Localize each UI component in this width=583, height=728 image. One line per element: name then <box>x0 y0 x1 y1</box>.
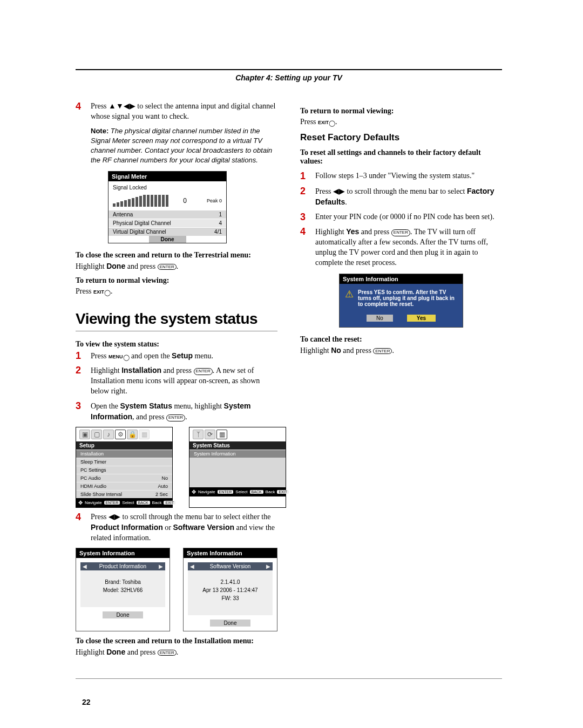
step-4: 4 Press ▲▼◀▶ to select the antenna input… <box>76 101 277 122</box>
chevron-right-icon: ▶ <box>266 563 270 569</box>
menu-icon: MENU <box>109 354 123 359</box>
warning-icon: ⚠ <box>345 289 354 299</box>
step-number: 1 <box>300 171 310 182</box>
tab-icon: ▦ <box>216 430 227 439</box>
software-version-body: 2.1.41.0Apr 13 2006 - 11:24:47FW: 33 <box>188 570 273 615</box>
step-number: 2 <box>76 365 85 397</box>
setup-menu-figure: ▣ ▢ ♪ ⚙ 🔒 ▦ Setup InstallationSleep Time… <box>76 427 173 508</box>
step-text: Highlight Yes and press ENTER. The TV wi… <box>315 227 502 268</box>
step-number: 4 <box>76 101 85 122</box>
exit-icon: EXIT <box>93 289 104 295</box>
setup-menu-list: InstallationSleep TimerPC SettingsPC Aud… <box>76 450 172 498</box>
enter-icon: ENTER <box>373 348 392 354</box>
tab-icons: ᛉ ⟳ ▦ <box>189 427 286 441</box>
view-status-heading: To view the system status: <box>76 340 277 349</box>
close-installation-heading: To close the screen and return to the In… <box>76 637 277 645</box>
software-version-box: System Information ◀ Software Version ▶ … <box>183 548 277 631</box>
step-2: 2 Highlight Installation and press ENTER… <box>76 365 277 397</box>
confirm-body: ⚠ Press YES to confirm. After the TV tur… <box>340 284 463 312</box>
tab-icon: ▣ <box>79 430 90 439</box>
enter-icon: ENTER <box>166 414 185 421</box>
system-status-list: System Information <box>189 450 286 487</box>
left-column: 4 Press ▲▼◀▶ to select the antenna input… <box>76 101 277 662</box>
product-information-box: System Information ◀ Product Information… <box>76 548 170 631</box>
cancel-reset-heading: To cancel the reset: <box>300 335 502 344</box>
system-status-menu-figure: ᛉ ⟳ ▦ System Status System Information ✥… <box>189 427 286 508</box>
note: Note: The physical digital channel numbe… <box>91 126 277 166</box>
step-number: 4 <box>300 227 310 268</box>
enter-icon: ENTER <box>391 229 410 236</box>
menu-figures-row: ▣ ▢ ♪ ⚙ 🔒 ▦ Setup InstallationSleep Time… <box>76 427 277 508</box>
step-text: Highlight Installation and press ENTER. … <box>91 365 277 397</box>
menu-footer: ✥Navigate ENTERSelect BACKBack EXITExit <box>76 498 172 507</box>
step-number: 4 <box>76 512 85 543</box>
step-1: 1 Follow steps 1–3 under "Viewing the sy… <box>300 171 502 182</box>
tab-icon: ⟳ <box>205 430 215 439</box>
step-1: 1 Press MENU◯ and open the Setup menu. <box>76 351 277 362</box>
section-heading: Viewing the system status <box>76 310 277 331</box>
step-text: Open the System Status menu, highlight S… <box>91 401 277 423</box>
confirm-message: Press YES to confirm. After the TV turns… <box>358 289 457 307</box>
signal-meter-body: Signal Locked 0 Peak 0 <box>109 181 226 210</box>
navigate-icon: ✥ <box>192 489 196 495</box>
reset-subheading: To reset all settings and channels to th… <box>300 148 502 166</box>
step-number: 3 <box>300 212 310 223</box>
step-text: Press ◀▶ to scroll through the menu bar … <box>91 512 277 543</box>
tab-icon: 🔒 <box>127 430 138 439</box>
confirm-buttons: No Yes <box>340 312 463 327</box>
signal-meter: Signal Meter Signal Locked 0 Peak 0 Ante… <box>108 171 227 243</box>
chevron-right-icon: ▶ <box>159 563 163 569</box>
menu-footer: ✥Navigate ENTERSelect BACKBack EXITExit <box>189 487 286 496</box>
cancel-reset-body: Highlight No and press ENTER. <box>300 346 502 355</box>
signal-peak: Peak 0 <box>207 198 222 203</box>
step-text: Follow steps 1–3 under "Viewing the syst… <box>315 171 474 182</box>
step-2: 2 Press ◀▶ to scroll through the menu ba… <box>300 186 502 208</box>
return-normal-body: Press EXIT◯. <box>300 118 502 127</box>
step-text: Press MENU◯ and open the Setup menu. <box>91 351 213 362</box>
page-number: 22 <box>82 698 91 706</box>
product-info-body: Brand: ToshibaModel: 32HLV66 <box>80 570 165 607</box>
enter-icon: ENTER <box>194 368 213 375</box>
note-text: The physical digital channel number list… <box>91 127 272 165</box>
chapter-heading: Chapter 4: Setting up your TV <box>76 69 502 82</box>
tab-icons: ▣ ▢ ♪ ⚙ 🔒 ▦ <box>76 427 172 441</box>
system-status-title: System Status <box>189 441 286 450</box>
step-number: 1 <box>76 351 85 362</box>
step-3: 3 Enter your PIN code (or 0000 if no PIN… <box>300 212 502 223</box>
no-button: No <box>367 315 393 322</box>
columns: 4 Press ▲▼◀▶ to select the antenna input… <box>76 101 502 662</box>
exit-icon: EXIT <box>318 120 329 125</box>
tab-icon: ▢ <box>91 430 102 439</box>
navigate-icon: ✥ <box>78 500 83 506</box>
signal-zero: 0 <box>183 197 187 205</box>
page: Chapter 4: Setting up your TV 4 Press ▲▼… <box>76 69 502 679</box>
product-info-tab: ◀ Product Information ▶ <box>80 562 165 570</box>
return-normal-heading: To return to normal viewing: <box>76 276 277 285</box>
done-button: Done <box>184 620 277 627</box>
return-normal-heading: To return to normal viewing: <box>300 107 502 115</box>
step-text: Press ◀▶ to scroll through the menu bar … <box>315 186 502 208</box>
tab-icon: ♪ <box>103 430 114 439</box>
step-4: 4 Highlight Yes and press ENTER. The TV … <box>300 227 502 268</box>
enter-icon: ENTER <box>158 650 177 656</box>
tab-icon: ⚙ <box>115 430 126 439</box>
note-label: Note: <box>91 127 109 135</box>
setup-menu-title: Setup <box>76 441 172 450</box>
chevron-left-icon: ◀ <box>190 563 194 569</box>
reset-heading: Reset Factory Defaults <box>300 132 502 143</box>
step-number: 2 <box>300 186 310 208</box>
close-terrestrial-body: Highlight Done and press ENTER. <box>76 262 277 271</box>
step-text: Enter your PIN code (or 0000 if no PIN c… <box>315 212 494 223</box>
confirm-dialog: System Information ⚠ Press YES to confir… <box>339 274 463 328</box>
right-column: To return to normal viewing: Press EXIT◯… <box>300 101 502 662</box>
step-4b: 4 Press ◀▶ to scroll through the menu ba… <box>76 512 277 543</box>
signal-meter-title: Signal Meter <box>109 172 226 181</box>
step-number: 3 <box>76 401 85 423</box>
signal-meter-rows: Antenna1Physical Digital Channel4Virtual… <box>109 210 226 236</box>
yes-button: Yes <box>407 315 436 322</box>
antenna-icon: ᛉ <box>193 430 204 439</box>
software-version-tab: ◀ Software Version ▶ <box>188 562 273 570</box>
signal-meter-done: Done <box>109 236 226 243</box>
signal-meter-figure: Signal Meter Signal Locked 0 Peak 0 Ante… <box>108 171 277 243</box>
confirm-title: System Information <box>340 274 463 284</box>
